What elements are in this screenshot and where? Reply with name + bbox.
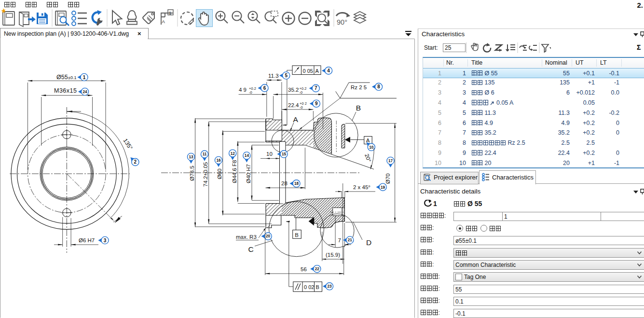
svg-text:8: 8 <box>377 84 380 89</box>
svg-text:7: 7 <box>315 85 317 91</box>
svg-text:35.2: 35.2 <box>288 87 299 93</box>
svg-text:Ø44.6 F8: Ø44.6 F8 <box>232 160 237 183</box>
svg-text:2 x 45°: 2 x 45° <box>353 184 370 190</box>
svg-text:B: B <box>295 232 299 238</box>
svg-text:M36x15: M36x15 <box>54 87 77 94</box>
svg-text:18: 18 <box>294 181 299 186</box>
svg-text:4: 4 <box>327 68 330 73</box>
svg-text:Ø55: Ø55 <box>56 74 68 81</box>
svg-text:max. R3: max. R3 <box>236 234 257 240</box>
svg-text:Ø60: Ø60 <box>217 168 222 179</box>
svg-text:1: 1 <box>169 10 171 15</box>
svg-text:Ø70: Ø70 <box>385 173 391 184</box>
svg-text:56: 56 <box>301 266 307 272</box>
svg-text:15: 15 <box>282 152 287 156</box>
svg-text:Ø6 H7: Ø6 H7 <box>79 237 95 243</box>
svg-text:10: 10 <box>369 145 374 150</box>
svg-text:(15.9): (15.9) <box>326 252 340 258</box>
svg-text:6: 6 <box>263 85 266 91</box>
svg-text:-0: -0 <box>300 90 303 95</box>
svg-text:90°: 90° <box>337 18 347 26</box>
svg-text:1: 1 <box>83 75 86 80</box>
svg-text:B: B <box>356 104 361 112</box>
svg-text:7: 7 <box>338 237 341 243</box>
svg-text:Ø78.5: Ø78.5 <box>189 166 195 180</box>
svg-text:11: 11 <box>203 152 207 156</box>
svg-text:19: 19 <box>381 185 385 190</box>
svg-text:4 9: 4 9 <box>239 87 247 93</box>
svg-text:22.4: 22.4 <box>288 102 299 108</box>
svg-text:14: 14 <box>245 153 249 158</box>
svg-text:-0: -0 <box>249 90 252 95</box>
svg-text:17: 17 <box>388 159 393 163</box>
svg-text:2: 2 <box>134 159 137 165</box>
svg-text:-0: -0 <box>300 105 303 110</box>
svg-text:22: 22 <box>315 267 320 271</box>
svg-text:C: C <box>248 245 253 253</box>
svg-text:13: 13 <box>189 155 193 159</box>
svg-text:5: 5 <box>285 73 288 78</box>
svg-text:74.2±0.05: 74.2±0.05 <box>203 162 208 187</box>
svg-text:23: 23 <box>327 284 332 289</box>
svg-text:A: A <box>162 19 165 24</box>
svg-text:0 02: 0 02 <box>304 284 314 290</box>
svg-text:D: D <box>366 238 371 247</box>
svg-text:0 05: 0 05 <box>303 68 313 74</box>
svg-text:A: A <box>293 115 299 124</box>
svg-text:A: A <box>315 68 319 74</box>
svg-text:28: 28 <box>281 180 288 186</box>
svg-text:Rz 2 5: Rz 2 5 <box>351 84 367 90</box>
svg-text:16: 16 <box>216 158 221 163</box>
svg-text:9: 9 <box>315 101 318 106</box>
svg-text:10: 10 <box>266 151 273 157</box>
svg-text:B: B <box>316 284 319 290</box>
svg-text:11.3: 11.3 <box>268 73 279 79</box>
svg-text:12: 12 <box>231 152 235 156</box>
svg-text:24: 24 <box>82 90 87 94</box>
svg-text:21: 21 <box>348 238 353 242</box>
svg-text:3: 3 <box>104 238 107 243</box>
svg-text:±0.1: ±0.1 <box>68 75 76 80</box>
svg-text:20: 20 <box>266 234 271 238</box>
svg-text:Ø40 H7: Ø40 H7 <box>246 164 251 183</box>
